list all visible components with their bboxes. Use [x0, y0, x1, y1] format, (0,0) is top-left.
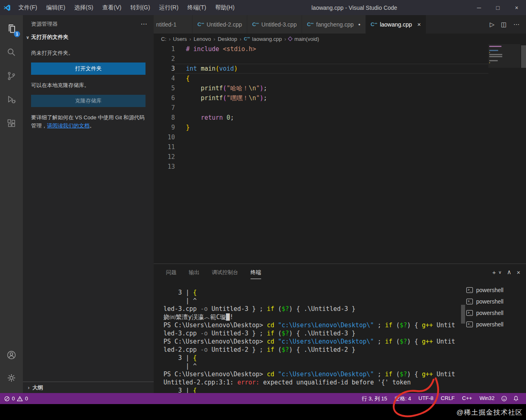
open-folder-button[interactable]: 打开文件夹	[31, 63, 145, 75]
tab-fangcheng-cpp[interactable]: fangcheng.cpp●	[302, 15, 366, 34]
cpp-file-icon	[252, 22, 259, 27]
tab-label: laowang.cpp	[380, 21, 412, 28]
breadcrumb-item[interactable]: laowang.cpp	[252, 36, 282, 42]
indentation-status[interactable]: 空格: 4	[391, 395, 414, 402]
tab-label: Untitled-3.cpp	[262, 21, 297, 28]
terminal-icon: >_	[466, 310, 473, 316]
close-panel-icon[interactable]: ×	[517, 269, 520, 276]
problems-status[interactable]: 0 0	[4, 395, 28, 402]
terminal-token: ) { .\Untitled-2 }	[289, 346, 356, 353]
terminal-token: error:	[237, 379, 260, 386]
maximize-button[interactable]: □	[488, 0, 507, 15]
terminal-instance[interactable]: >_powershell	[462, 296, 524, 307]
git-docs-link[interactable]: 请阅读我们的文档	[47, 123, 90, 129]
settings-gear-icon[interactable]	[0, 366, 23, 390]
code-text[interactable]: }	[175, 123, 488, 132]
breadcrumb-item[interactable]: Users	[173, 36, 187, 42]
panel-tab-输出[interactable]: 输出	[189, 266, 199, 279]
cursor-position-status[interactable]: 行 3, 列 15	[358, 395, 391, 402]
code-text[interactable]: printf("哈哈！\n");	[175, 83, 488, 93]
minimap-line	[489, 56, 502, 57]
breadcrumb-item[interactable]: Lenovo	[194, 36, 211, 42]
chevron-right-icon: ›	[28, 384, 29, 391]
terminal-output[interactable]: 3 | { | ^led-3.cpp -o Untitled-3 } ; if …	[163, 288, 461, 393]
code-text[interactable]: printf("嘿嘿！\n");	[175, 93, 488, 103]
close-icon[interactable]: ×	[417, 21, 421, 28]
run-file-icon[interactable]: ▷	[490, 21, 495, 28]
maximize-panel-icon[interactable]: ∧	[507, 268, 511, 276]
code-text[interactable]	[175, 103, 488, 113]
menu-item[interactable]: 文件(F)	[14, 0, 42, 15]
menu-item[interactable]: 终端(T)	[183, 0, 211, 15]
more-actions-icon[interactable]: ⋯	[141, 20, 147, 28]
code-editor[interactable]: 1# include <stdio.h>23int main(void)4{5 …	[154, 44, 526, 264]
menu-item[interactable]: 运行(R)	[154, 0, 183, 15]
menu-item[interactable]: 选择(S)	[70, 0, 98, 15]
menu-item[interactable]: 编辑(E)	[42, 0, 70, 15]
terminal-label: powershell	[476, 310, 504, 316]
tab-untitled-2-cpp[interactable]: Untitled-2.cpp	[192, 15, 247, 34]
code-text[interactable]	[175, 142, 488, 152]
breadcrumb-item[interactable]: main(void)	[294, 36, 319, 42]
terminal-line: 3 | {	[163, 354, 461, 362]
close-window-button[interactable]: ×	[507, 0, 526, 15]
token: <stdio.h>	[223, 45, 256, 53]
terminal-instance[interactable]: >_powershell	[462, 319, 524, 330]
clone-repo-button[interactable]: 克隆存储库	[31, 95, 145, 107]
terminal-label: powershell	[476, 287, 504, 293]
menu-item[interactable]: 查看(V)	[98, 0, 126, 15]
cpp-file-icon	[307, 22, 313, 27]
encoding-status[interactable]: UTF-8	[415, 395, 437, 402]
terminal-token: ) {	[289, 305, 304, 313]
code-text[interactable]: int main(void)	[175, 64, 488, 74]
terminal-instance[interactable]: >_powershell	[462, 307, 524, 319]
code-text[interactable]: {	[175, 74, 488, 83]
extensions-icon[interactable]	[0, 112, 23, 135]
token: "嘿嘿！	[226, 94, 248, 102]
more-actions-icon[interactable]: ⋯	[513, 21, 519, 28]
terminal-dropdown-icon[interactable]: ∨	[498, 270, 501, 275]
panel-tab-终端[interactable]: 终端	[251, 266, 261, 279]
menu-item[interactable]: 转到(G)	[126, 0, 154, 15]
line-number: 7	[154, 103, 175, 113]
tab-untitled-3-cpp[interactable]: Untitled-3.cpp	[247, 15, 302, 34]
menu-item[interactable]: 帮助(H)	[210, 0, 239, 15]
section-no-folder[interactable]: ∨ 无打开的文件夹	[23, 31, 154, 43]
code-line: 13	[154, 162, 526, 172]
code-text[interactable]: # include <stdio.h>	[175, 44, 488, 54]
panel-tab-调试控制台[interactable]: 调试控制台	[212, 266, 238, 279]
explorer-icon[interactable]: 1	[0, 17, 23, 40]
panel-tab-问题[interactable]: 问题	[166, 266, 177, 279]
code-text[interactable]: return 0;	[175, 113, 488, 123]
terminal-instance[interactable]: >_powershell	[462, 284, 524, 296]
eol-status[interactable]: CRLF	[437, 395, 459, 402]
platform-status[interactable]: Win32	[476, 395, 498, 402]
title-bar: 文件(F)编辑(E)选择(S)查看(V)转到(G)运行(R)终端(T)帮助(H)…	[0, 0, 526, 15]
minimize-button[interactable]: ─	[470, 0, 488, 15]
search-icon[interactable]	[0, 40, 23, 64]
code-text[interactable]	[175, 152, 488, 162]
split-editor-icon[interactable]: ◫	[501, 21, 507, 28]
run-debug-icon[interactable]	[0, 88, 23, 112]
code-text[interactable]	[175, 162, 488, 172]
tab-laowang-cpp[interactable]: laowang.cpp×	[366, 15, 426, 34]
breadcrumb-item[interactable]: C:	[161, 36, 166, 42]
line-number: 6	[154, 93, 175, 103]
terminal-token: PS C:\Users\Lenovo\Desktop>	[163, 338, 267, 345]
breadcrumb-item[interactable]: Desktop	[218, 36, 237, 42]
code-text[interactable]	[175, 54, 488, 64]
terminal-token: led-3.cpp	[163, 305, 200, 313]
code-text[interactable]	[175, 132, 488, 142]
tab-ntitled-1[interactable]: ntitled-1	[154, 15, 192, 34]
editor-scrollbar[interactable]	[521, 45, 526, 68]
token: )	[234, 65, 237, 72]
minimap[interactable]	[489, 46, 519, 72]
source-control-icon[interactable]	[0, 64, 23, 88]
account-icon[interactable]	[0, 343, 23, 367]
notifications-bell-icon[interactable]	[510, 395, 522, 402]
language-mode-status[interactable]: C++	[459, 395, 476, 402]
outline-section[interactable]: › 大纲	[23, 382, 154, 393]
feedback-smiley-icon[interactable]	[498, 395, 510, 402]
token: printf	[201, 85, 223, 92]
new-terminal-icon[interactable]: +	[492, 269, 496, 276]
